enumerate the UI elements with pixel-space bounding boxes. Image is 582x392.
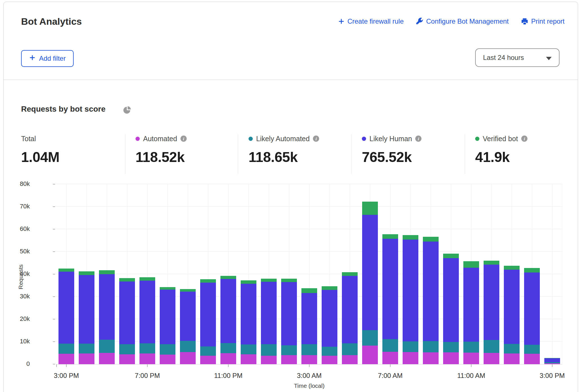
bar-segment-likely-automated[interactable] [362,330,378,346]
bar-segment-automated[interactable] [79,353,94,364]
bar-segment-likely-automated[interactable] [301,344,317,355]
bar-segment-verified-bot[interactable] [58,269,74,272]
bar-segment-verified-bot[interactable] [524,268,540,272]
bar-segment-likely-automated[interactable] [99,340,115,353]
bar-segment-verified-bot[interactable] [119,278,135,281]
bar-segment-automated[interactable] [200,356,216,364]
bar-segment-likely-human[interactable] [79,275,94,344]
bar-segment-verified-bot[interactable] [241,280,256,283]
info-icon[interactable]: i [181,136,187,142]
bar-segment-likely-automated[interactable] [200,346,216,356]
bar-segment-automated[interactable] [220,353,236,364]
bar-segment-likely-automated[interactable] [524,345,540,354]
bar-segment-likely-human[interactable] [139,281,155,343]
bar-segment-likely-human[interactable] [220,279,236,343]
bar-segment-automated[interactable] [544,363,560,364]
bar-segment-verified-bot[interactable] [463,261,479,267]
bar-segment-likely-automated[interactable] [484,340,499,353]
print-report-link[interactable]: Print report [521,17,565,25]
bar-segment-likely-automated[interactable] [160,344,175,355]
bar-segment-likely-human[interactable] [99,274,115,340]
bar-segment-likely-automated[interactable] [79,344,94,353]
bar-segment-likely-human[interactable] [382,239,398,339]
configure-bot-management-link[interactable]: Configure Bot Management [416,17,509,25]
bar-segment-verified-bot[interactable] [99,270,115,274]
bar-segment-automated[interactable] [180,352,196,364]
bar-segment-automated[interactable] [443,352,459,364]
bar-segment-likely-automated[interactable] [463,342,479,353]
bar-segment-automated[interactable] [362,346,378,364]
bar-segment-verified-bot[interactable] [220,276,236,279]
bar-segment-verified-bot[interactable] [322,286,337,290]
bar-segment-likely-human[interactable] [301,293,317,344]
bar-segment-likely-human[interactable] [322,290,337,347]
bar-segment-automated[interactable] [99,353,115,364]
bar-segment-likely-human[interactable] [463,268,479,342]
bar-segment-likely-automated[interactable] [342,343,358,355]
bar-segment-likely-automated[interactable] [423,341,439,352]
bar-segment-verified-bot[interactable] [180,289,196,292]
bar-segment-verified-bot[interactable] [504,266,520,270]
bar-segment-likely-automated[interactable] [180,341,196,352]
info-icon[interactable]: i [415,136,421,142]
bar-segment-likely-human[interactable] [180,292,196,341]
bar-segment-likely-automated[interactable] [322,347,337,355]
bar-segment-likely-human[interactable] [484,265,499,340]
bar-segment-likely-human[interactable] [342,276,358,343]
bar-segment-verified-bot[interactable] [261,279,277,282]
bar-segment-verified-bot[interactable] [79,271,94,275]
bar-segment-likely-automated[interactable] [403,341,418,352]
bar-segment-likely-human[interactable] [504,270,520,344]
bar-segment-automated[interactable] [403,352,418,364]
bar-segment-verified-bot[interactable] [362,202,378,215]
bar-segment-likely-human[interactable] [544,358,560,362]
bar-segment-likely-human[interactable] [443,258,459,342]
bar-segment-likely-automated[interactable] [58,344,74,354]
bar-segment-verified-bot[interactable] [403,235,418,240]
bar-segment-automated[interactable] [463,353,479,364]
bar-segment-likely-human[interactable] [423,242,439,341]
bar-segment-likely-human[interactable] [362,215,378,330]
bar-segment-automated[interactable] [382,352,398,364]
bar-segment-automated[interactable] [322,356,337,364]
bar-segment-automated[interactable] [484,353,499,364]
bar-segment-likely-human[interactable] [160,290,175,344]
bar-segment-likely-human[interactable] [58,272,74,344]
bar-segment-verified-bot[interactable] [281,279,297,282]
bar-segment-likely-human[interactable] [200,283,216,346]
create-firewall-rule-link[interactable]: Create firewall rule [338,17,404,25]
bar-segment-likely-human[interactable] [524,272,540,345]
bar-segment-automated[interactable] [524,354,540,364]
bar-segment-likely-human[interactable] [241,284,256,345]
bar-segment-likely-human[interactable] [281,282,297,345]
bar-segment-automated[interactable] [139,353,155,364]
bar-segment-verified-bot[interactable] [443,254,459,258]
add-filter-button[interactable]: Add filter [21,50,74,67]
bar-segment-verified-bot[interactable] [423,237,439,242]
bar-segment-automated[interactable] [281,355,297,364]
bar-segment-verified-bot[interactable] [301,288,317,293]
bar-segment-automated[interactable] [261,356,277,364]
bar-segment-verified-bot[interactable] [200,279,216,282]
bar-segment-likely-automated[interactable] [119,344,135,354]
bar-segment-likely-human[interactable] [403,240,418,341]
bar-segment-likely-automated[interactable] [504,344,520,353]
bar-segment-automated[interactable] [58,354,74,364]
bar-segment-verified-bot[interactable] [382,234,398,238]
bar-segment-verified-bot[interactable] [139,277,155,281]
bar-segment-likely-human[interactable] [119,281,135,344]
bar-segment-automated[interactable] [342,355,358,364]
bar-segment-likely-automated[interactable] [241,344,256,354]
info-icon[interactable]: i [521,136,527,142]
info-icon[interactable]: i [313,136,319,142]
bar-segment-likely-automated[interactable] [382,339,398,352]
bar-segment-automated[interactable] [423,352,439,364]
bar-segment-automated[interactable] [160,355,175,364]
bar-segment-likely-automated[interactable] [281,345,297,355]
bar-segment-automated[interactable] [504,353,520,364]
bar-segment-automated[interactable] [301,355,317,364]
bar-segment-automated[interactable] [119,354,135,364]
bar-segment-likely-human[interactable] [261,282,277,344]
bar-segment-likely-automated[interactable] [443,342,459,353]
bar-segment-automated[interactable] [241,354,256,364]
